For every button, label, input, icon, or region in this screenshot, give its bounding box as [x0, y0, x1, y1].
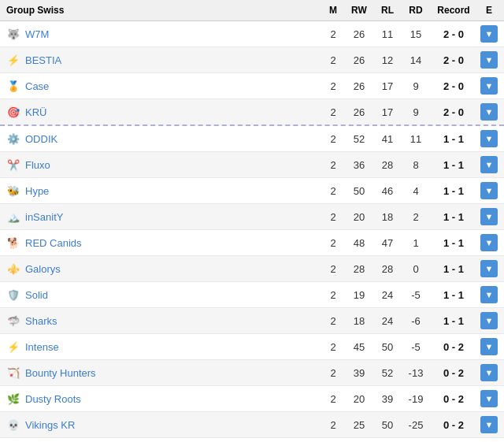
team-label[interactable]: RED Canids — [25, 237, 82, 249]
table-row: 🏔️ inSanitY 2 20 18 2 1 - 1 ▼ — [0, 204, 504, 230]
expand-button[interactable]: ▼ — [480, 51, 498, 69]
team-name[interactable]: 🏹 Bounty Hunters — [6, 366, 321, 380]
col-rl-val: 28 — [373, 263, 402, 275]
col-rd-val: -5 — [402, 289, 430, 301]
col-expand: ▼ — [477, 25, 501, 43]
table-row: ⚡ Intense 2 45 50 -5 0 - 2 ▼ — [0, 334, 504, 360]
col-rw-val: 19 — [345, 289, 373, 301]
col-m-val: 2 — [321, 80, 345, 92]
expand-button[interactable]: ▼ — [480, 338, 498, 355]
col-rw-val: 28 — [345, 263, 373, 275]
team-name[interactable]: 🛡️ Solid — [6, 288, 321, 302]
table-row: ⚙️ ODDIK 2 52 41 11 1 - 1 ▼ — [0, 126, 504, 152]
table-row: 🏹 Bounty Hunters 2 39 52 -13 0 - 2 ▼ — [0, 360, 504, 386]
expand-button[interactable]: ▼ — [480, 260, 498, 277]
team-label[interactable]: Hype — [25, 185, 49, 197]
team-icon: 🐕 — [6, 236, 20, 250]
team-cell: 💀 Vikings KR — [3, 418, 321, 432]
team-name[interactable]: ⚡ Intense — [6, 340, 321, 354]
team-label[interactable]: Sharks — [25, 315, 57, 327]
team-label[interactable]: Solid — [25, 289, 48, 301]
team-name[interactable]: ⚡ BESTIA — [6, 53, 321, 67]
expand-button[interactable]: ▼ — [480, 286, 498, 303]
table-row: 🦈 Sharks 2 18 24 -6 1 - 1 ▼ — [0, 308, 504, 334]
team-label[interactable]: Fluxo — [25, 159, 50, 171]
team-icon: 🐝 — [6, 184, 20, 198]
team-label[interactable]: Intense — [25, 341, 59, 353]
expand-button[interactable]: ▼ — [480, 25, 498, 43]
team-label[interactable]: inSanitY — [25, 211, 63, 223]
col-rd-val: -6 — [402, 315, 430, 327]
team-cell: 🎯 KRÜ — [3, 105, 321, 119]
team-label[interactable]: ODDIK — [25, 133, 57, 145]
col-record-val: 2 - 0 — [430, 28, 477, 40]
col-rd-val: 9 — [402, 106, 430, 118]
col-expand: ▼ — [477, 260, 501, 277]
expand-button[interactable]: ▼ — [480, 312, 498, 329]
team-name[interactable]: 🎯 KRÜ — [6, 105, 321, 119]
team-name[interactable]: 🏔️ inSanitY — [6, 210, 321, 224]
table-row: ⚡ BESTIA 2 26 12 14 2 - 0 ▼ — [0, 47, 504, 73]
team-label[interactable]: KRÜ — [25, 106, 46, 118]
expand-button[interactable]: ▼ — [480, 390, 498, 407]
expand-button[interactable]: ▼ — [480, 208, 498, 225]
team-name[interactable]: ⚙️ ODDIK — [6, 132, 321, 146]
team-name[interactable]: 🐺 W7M — [6, 27, 321, 41]
expand-button[interactable]: ▼ — [480, 182, 498, 199]
team-label[interactable]: Case — [25, 80, 49, 92]
expand-button[interactable]: ▼ — [480, 130, 498, 147]
expand-button[interactable]: ▼ — [480, 103, 498, 121]
team-cell: ⚡ Intense — [3, 340, 321, 354]
col-record-val: 2 - 0 — [430, 106, 477, 118]
team-cell: 🏅 Case — [3, 79, 321, 93]
col-expand: ▼ — [477, 130, 501, 147]
team-name[interactable]: 🐝 Hype — [6, 184, 321, 198]
expand-button[interactable]: ▼ — [480, 156, 498, 173]
team-name[interactable]: 🐕 RED Canids — [6, 236, 321, 250]
col-rd-val: -19 — [402, 393, 430, 405]
team-icon: 🐺 — [6, 27, 20, 41]
col-record-val: 1 - 1 — [430, 237, 477, 249]
col-rd-val: 9 — [402, 80, 430, 92]
col-m-val: 2 — [321, 211, 345, 223]
col-rd-val: 2 — [402, 211, 430, 223]
expand-button[interactable]: ▼ — [480, 364, 498, 381]
team-label[interactable]: W7M — [25, 28, 49, 40]
team-label[interactable]: Dusty Roots — [25, 393, 81, 405]
col-m-val: 2 — [321, 185, 345, 197]
team-label[interactable]: Galorys — [25, 263, 61, 275]
team-name[interactable]: 🏅 Case — [6, 79, 321, 93]
team-icon: 💀 — [6, 418, 20, 432]
col-m-val: 2 — [321, 106, 345, 118]
team-label[interactable]: Vikings KR — [25, 419, 75, 431]
col-record-val: 2 - 0 — [430, 54, 477, 66]
col-rd-val: 1 — [402, 237, 430, 249]
table-header: Group Swiss M RW RL RD Record E — [0, 0, 504, 21]
col-m-val: 2 — [321, 133, 345, 145]
expand-button[interactable]: ▼ — [480, 234, 498, 251]
col-m-val: 2 — [321, 28, 345, 40]
col-expand: ▼ — [477, 208, 501, 225]
team-cell: 🏔️ inSanitY — [3, 210, 321, 224]
expand-button[interactable]: ▼ — [480, 77, 498, 95]
team-name[interactable]: ✂️ Fluxo — [6, 158, 321, 172]
col-m-val: 2 — [321, 419, 345, 431]
table-row: 💀 Vikings KR 2 25 50 -25 0 - 2 ▼ — [0, 412, 504, 438]
col-rw-val: 50 — [345, 185, 373, 197]
col-rw-val: 45 — [345, 341, 373, 353]
team-name[interactable]: 🦈 Sharks — [6, 314, 321, 328]
expand-button[interactable]: ▼ — [480, 416, 498, 433]
col-rl-val: 28 — [373, 159, 402, 171]
team-label[interactable]: Bounty Hunters — [25, 367, 96, 379]
team-label[interactable]: BESTIA — [25, 54, 61, 66]
table-row: 🏅 Case 2 26 17 9 2 - 0 ▼ — [0, 73, 504, 99]
col-rd-val: 0 — [402, 263, 430, 275]
team-name[interactable]: ⚜️ Galorys — [6, 262, 321, 276]
col-rl-val: 46 — [373, 185, 402, 197]
col-m-val: 2 — [321, 263, 345, 275]
col-rl-val: 11 — [373, 28, 402, 40]
team-cell: ⚜️ Galorys — [3, 262, 321, 276]
team-name[interactable]: 🌿 Dusty Roots — [6, 392, 321, 406]
team-icon: 🏹 — [6, 366, 20, 380]
team-name[interactable]: 💀 Vikings KR — [6, 418, 321, 432]
